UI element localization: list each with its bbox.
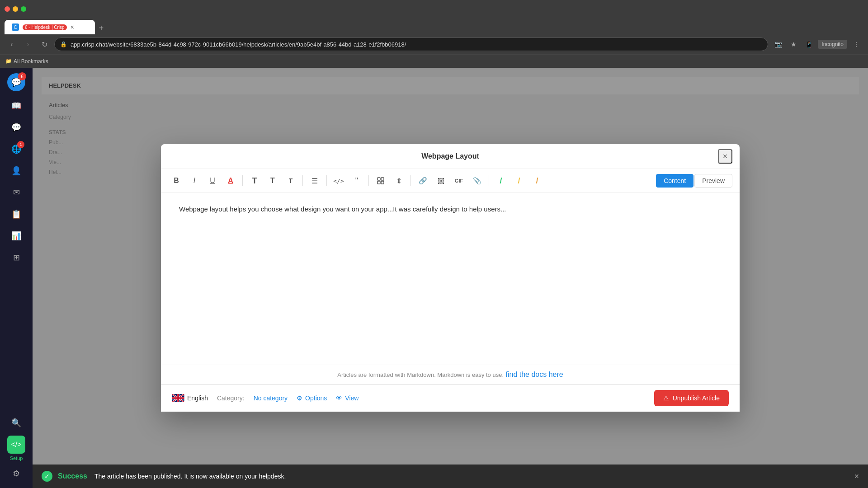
view-article-button[interactable]: 👁 View: [336, 394, 359, 402]
sidebar-item-contacts[interactable]: 👤: [7, 162, 25, 180]
unpublish-button[interactable]: ⚠ Unpublish Article: [654, 390, 729, 406]
browser-toolbar: ‹ › ↻ 🔒 app.crisp.chat/website/6833ae5b-…: [0, 34, 868, 54]
forward-button[interactable]: ›: [22, 38, 34, 51]
italic-button[interactable]: I: [186, 173, 203, 189]
active-tab[interactable]: C 6 - Helpdesk | Crisp ×: [5, 20, 95, 34]
editor-content: Webpage layout helps you choose what des…: [179, 204, 722, 215]
sidebar-item-chat[interactable]: 💬: [7, 118, 25, 136]
heading1-button[interactable]: T: [246, 173, 263, 189]
new-tab-button[interactable]: +: [95, 22, 108, 34]
tab-close-button[interactable]: ×: [71, 23, 74, 31]
align-button[interactable]: ⇕: [391, 173, 407, 189]
reload-button[interactable]: ↻: [38, 38, 51, 51]
content-area: 💬 6 📖 💬 🌐 1 👤 ✉ 📋 📊: [0, 68, 868, 488]
image-button[interactable]: 🖼: [433, 173, 449, 189]
view-toggle: Content Preview: [656, 174, 732, 188]
marker3-button[interactable]: /: [529, 173, 545, 189]
browser-titlebar: [0, 0, 868, 18]
bookmarks-label: All Bookmarks: [14, 58, 48, 65]
toolbar-separator-3: [326, 175, 327, 186]
logo[interactable]: 💬 6: [7, 73, 25, 91]
list-button[interactable]: ☰: [307, 173, 323, 189]
lock-icon: 🔒: [60, 41, 67, 47]
view-icon: 👁: [336, 394, 342, 402]
sidebar-item-analytics[interactable]: 📊: [7, 227, 25, 245]
toolbar-separator-6: [489, 175, 489, 186]
article-editor-modal: Webpage Layout × B I U A T T T ☰: [161, 144, 740, 412]
file-button[interactable]: 📎: [469, 173, 485, 189]
heading2-button[interactable]: T: [264, 173, 281, 189]
bookmarks-bar: 📁 All Bookmarks: [0, 54, 868, 68]
sidebar-setup-label: Setup: [10, 455, 23, 461]
modal-overlay: Webpage Layout × B I U A T T T ☰: [33, 68, 868, 488]
svg-rect-2: [377, 181, 380, 184]
sidebar-item-send[interactable]: ✉: [7, 183, 25, 202]
bookmark-icon[interactable]: ★: [787, 38, 800, 51]
markdown-note: Articles are formatted with Markdown. Ma…: [337, 371, 504, 378]
send-icon: ✉: [13, 188, 20, 197]
category-link[interactable]: No category: [254, 394, 288, 402]
main-panel: HELPDESK Articles Category STATS Pub... …: [33, 68, 868, 488]
sidebar-item-settings[interactable]: ⚙: [7, 465, 25, 483]
sidebar-item-helpdesk[interactable]: 📖: [7, 97, 25, 115]
toast-label: Success: [58, 472, 87, 480]
sidebar-item-search[interactable]: 🔍: [7, 414, 25, 432]
modal-header: Webpage Layout ×: [161, 144, 740, 169]
toolbar-separator-1: [242, 175, 243, 186]
devices-icon[interactable]: 📱: [802, 38, 815, 51]
language-selector[interactable]: English: [172, 394, 208, 402]
sidebar-item-setup[interactable]: </>: [7, 436, 25, 454]
toolbar-separator-4: [368, 175, 369, 186]
back-button[interactable]: ‹: [5, 38, 18, 51]
toast-close-button[interactable]: ×: [854, 472, 859, 481]
docs-link[interactable]: find the docs here: [506, 371, 563, 378]
text-color-button[interactable]: A: [222, 173, 239, 189]
camera-off-icon[interactable]: 📷: [772, 38, 784, 51]
uk-flag-icon: [172, 394, 184, 402]
sidebar-notification-badge: 6: [18, 72, 26, 80]
success-toast: ✓ Success The article has been published…: [33, 465, 868, 488]
tab-notification-badge: 6 - Helpdesk | Crisp: [23, 24, 67, 30]
marker2-button[interactable]: /: [511, 173, 527, 189]
modal-close-button[interactable]: ×: [718, 149, 732, 164]
language-label: English: [187, 394, 208, 402]
heading3-button[interactable]: T: [283, 173, 299, 189]
settings-icon: ⚙: [13, 469, 20, 479]
preview-view-button[interactable]: Preview: [694, 174, 732, 188]
sidebar-item-globe[interactable]: 🌐 1: [7, 140, 25, 158]
editor-toolbar: B I U A T T T ☰ </> ": [161, 169, 740, 193]
options-label: Options: [305, 394, 327, 402]
search-icon: 🔍: [11, 418, 21, 428]
marker1-button[interactable]: /: [493, 173, 509, 189]
toast-message: The article has been published. It is no…: [94, 473, 849, 480]
incognito-badge: Incognito: [818, 40, 847, 49]
sidebar-item-notes[interactable]: 📋: [7, 205, 25, 223]
url-bar[interactable]: 🔒 app.crisp.chat/website/6833ae5b-844d-4…: [54, 38, 768, 51]
analytics-icon: 📊: [11, 231, 21, 241]
menu-icon[interactable]: ⋮: [850, 38, 863, 51]
options-button[interactable]: ⚙ Options: [297, 394, 327, 402]
bold-button[interactable]: B: [168, 173, 184, 189]
gif-button[interactable]: GIF: [451, 173, 467, 189]
setup-icon: </>: [11, 441, 21, 449]
underline-button[interactable]: U: [204, 173, 221, 189]
view-label: View: [345, 394, 359, 402]
window-controls[interactable]: [5, 6, 26, 12]
link-button[interactable]: 🔗: [415, 173, 431, 189]
code-button[interactable]: </>: [330, 173, 347, 189]
toolbar-separator-5: [410, 175, 411, 186]
tab-bar: C 6 - Helpdesk | Crisp × +: [0, 18, 868, 34]
chat-icon: 💬: [11, 122, 21, 132]
markdown-footer: Articles are formatted with Markdown. Ma…: [161, 365, 740, 384]
options-icon: ⚙: [297, 394, 302, 402]
content-view-button[interactable]: Content: [656, 174, 693, 188]
globe-notification-badge: 1: [17, 141, 24, 148]
toast-success-icon: ✓: [42, 471, 52, 482]
editor-area[interactable]: Webpage layout helps you choose what des…: [161, 193, 740, 365]
table-button[interactable]: [373, 173, 389, 189]
quote-button[interactable]: ": [349, 173, 365, 189]
sidebar-item-dashboard[interactable]: ⊞: [7, 249, 25, 267]
notes-icon: 📋: [11, 209, 21, 219]
sidebar: 💬 6 📖 💬 🌐 1 👤 ✉ 📋 📊: [0, 68, 33, 488]
svg-rect-1: [381, 178, 384, 180]
